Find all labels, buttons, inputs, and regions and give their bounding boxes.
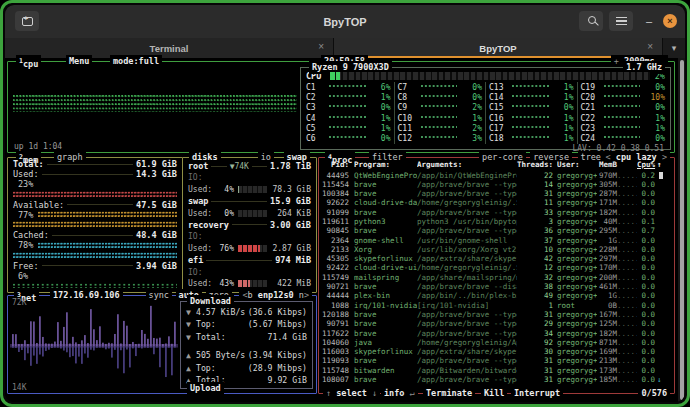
disk-root: root▼74K1.78 TiB: [188, 160, 311, 172]
cpu-core-c8: C80%: [398, 92, 483, 102]
core-usage-graph: [512, 126, 549, 131]
disk-used-meter: [238, 280, 267, 287]
process-rows: 44495QtWebEnginePro/app/bin/QtWebEngineP…: [322, 171, 671, 385]
process-row[interactable]: 104060java/home/gregorygleinig/Ap92grego…: [322, 338, 671, 347]
kill-button[interactable]: Kill: [481, 387, 507, 400]
mem-stats: Total:61.9 GiBUsed:14.3 GiB23%Available:…: [13, 159, 177, 291]
cpu-core-c7: C70%: [398, 82, 483, 92]
process-row[interactable]: 44495QtWebEnginePro/app/bin/QtWebEngineP…: [322, 171, 671, 180]
mem-stat-cached: Cached:48.4 GiB: [13, 230, 177, 240]
download-total: ▼Total:71.4 GiB: [186, 331, 307, 342]
cpu-core-c4: C41%: [306, 113, 391, 123]
minimize-button[interactable]: –: [640, 11, 658, 31]
process-row[interactable]: 116003skypeforlinux/app/extra/share/skyp…: [322, 347, 671, 356]
disk-efi: efi974 MiB: [188, 255, 311, 267]
process-row[interactable]: 90845brave/app/brave/brave --type36grego…: [322, 226, 671, 235]
cpu-core-c23: C231%: [581, 123, 666, 133]
disk-used-meter: [238, 210, 267, 217]
mem-stat-total: Total:61.9 GiB: [13, 159, 177, 169]
info-button[interactable]: info ↵: [381, 387, 418, 400]
disk-io-label: IO:: [188, 172, 311, 184]
process-count: 0/576: [638, 387, 670, 400]
process-table-header[interactable]: Pid: Program: Arguments: Threads: User: …: [322, 160, 671, 171]
mem-stat-percent: 6%: [13, 271, 177, 281]
network-stats-panel: Download Upload ▼4.57 KiB/s(36.6 Kibps) …: [180, 301, 313, 389]
process-row[interactable]: 119611python3python3 /usr/bin/bpytop3gre…: [322, 217, 671, 226]
mode-toggle[interactable]: mode:full: [110, 55, 162, 68]
tab-terminal-label: Terminal: [150, 43, 189, 54]
process-row[interactable]: 91099brave/app/brave/brave --type33grego…: [322, 208, 671, 217]
process-row[interactable]: 2133Xorg/usr/lib/xorg/Xorg vt210gregoryg…: [322, 245, 671, 254]
disk-used-row: Used:0%264 KiB: [188, 207, 311, 219]
tab-terminal[interactable]: Terminal ×: [5, 38, 334, 58]
core-usage-graph: [329, 116, 366, 121]
cpu-usage-graph: [13, 95, 297, 112]
core-usage-graph: [604, 95, 641, 100]
process-row[interactable]: 2364gnome-shell/usr/bin/gnome-shell37gre…: [322, 236, 671, 245]
process-panel: 4proc filter per-core reverse tree < cpu…: [318, 157, 675, 394]
menu-button-bpytop[interactable]: Menu: [66, 55, 92, 68]
cpu-core-c10: C101%: [398, 113, 483, 123]
cpu-core-panel: Ryzen 9 7900X3D 1.7 GHz CPU 2% C16%C21%C…: [300, 67, 671, 150]
close-button[interactable]: ×: [663, 14, 677, 28]
process-row[interactable]: 1088irq/101-nvidia[irq/101-nvidia]1root0…: [322, 301, 671, 310]
hamburger-icon: [616, 17, 627, 25]
process-row[interactable]: 119093brave/app/brave/brave --type31greg…: [322, 356, 671, 365]
select-control[interactable]: ↑ select ↓: [323, 387, 380, 400]
process-row[interactable]: 92422cloud-drive-ui/home/gregorygleinig/…: [322, 263, 671, 272]
terminal-window: BpyTOP – × Terminal × BpyTOP × ▾ 1cpu Me…: [5, 5, 685, 402]
process-row[interactable]: 90791brave/app/brave/brave --type29grego…: [322, 319, 671, 328]
tab-close-icon[interactable]: ×: [318, 41, 324, 52]
search-button[interactable]: [579, 11, 603, 31]
mem-usage-graph: [13, 189, 177, 199]
download-top: ▼Top:(5.67 Mibps): [186, 319, 307, 330]
tab-bpytop-label: BpyTOP: [479, 43, 516, 54]
core-usage-graph: [421, 136, 458, 141]
core-usage-graph: [604, 85, 641, 90]
process-row[interactable]: 44444plex-bin/app/bin/../bin/plex-bi49gr…: [322, 291, 671, 300]
process-row[interactable]: 115749mailspring/app/share/mailspring/m3…: [322, 273, 671, 282]
core-usage-graph: [512, 116, 549, 121]
cpu-core-c11: C112%: [398, 123, 483, 133]
disk-used-row: Used:4%78.3 GiB: [188, 184, 311, 196]
mem-stat-percent: 77%: [13, 210, 177, 220]
scrollbar-thumb[interactable]: [680, 60, 684, 400]
cpu-core-c12: C123%: [398, 133, 483, 143]
process-row[interactable]: 115454brave/app/brave/brave --type14greg…: [322, 180, 671, 189]
disk-io-speed: ▼74K: [230, 162, 249, 171]
search-icon: [588, 16, 596, 24]
core-usage-graph: [512, 105, 549, 110]
process-row[interactable]: 90721brave/app/brave/brave --disa38grego…: [322, 282, 671, 291]
interrupt-button[interactable]: Interrupt: [511, 387, 563, 400]
disk-list: root▼74K1.78 TiBIO:Used:4%78.3 GiBswap15…: [188, 160, 311, 290]
new-tab-button[interactable]: [15, 11, 39, 31]
cpu-core-c3: C30%: [306, 103, 391, 113]
cpu-core-c14: C141%: [489, 92, 574, 102]
cpu-core-c9: C92%: [398, 103, 483, 113]
process-row[interactable]: 108007brave/app/brave/brave --type31greg…: [322, 375, 671, 384]
core-usage-graph: [512, 95, 549, 100]
core-usage-graph: [421, 85, 458, 90]
process-row[interactable]: 45305skypeforlinux/app/extra/share/skype…: [322, 254, 671, 263]
terminate-button[interactable]: Terminate: [423, 387, 475, 400]
process-row[interactable]: 120188brave/app/brave/brave --type31greg…: [322, 310, 671, 319]
cpu-core-c1: C16%: [306, 82, 391, 92]
core-usage-graph: [512, 85, 549, 90]
upload-arrow-icon: ▲: [186, 350, 196, 360]
tab-close-icon[interactable]: ×: [647, 41, 653, 52]
process-row[interactable]: 115748bitwarden/app/Bitwarden/bitwarde31…: [322, 366, 671, 375]
menu-button[interactable]: [609, 11, 633, 31]
process-row[interactable]: 92622cloud-drive-da/home/gregorygleinig/…: [322, 198, 671, 207]
core-usage-graph: [604, 116, 641, 121]
cpu-core-c22: C221%: [581, 113, 666, 123]
process-row[interactable]: 100384brave/app/brave/brave --type31greg…: [322, 189, 671, 198]
download-arrow-icon: ▼: [186, 319, 196, 329]
core-usage-graph: [604, 126, 641, 131]
cpu-core-c5: C51%: [306, 123, 391, 133]
sort-direction-icon: ↑: [657, 160, 662, 171]
scrollbar[interactable]: [678, 58, 685, 402]
process-row[interactable]: 117622brave/app/brave/brave --type34greg…: [322, 329, 671, 338]
core-usage-graph: [329, 95, 366, 100]
network-panel: 3net 172.16.69.106 sync auto zero <b enp…: [7, 295, 317, 394]
mem-stat-available: Available:47.5 GiB: [13, 200, 177, 210]
